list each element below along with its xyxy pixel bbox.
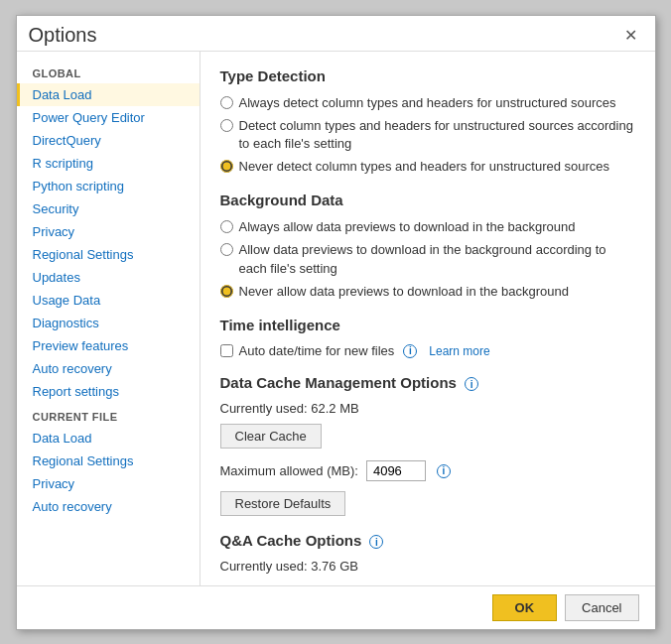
max-allowed-info-icon: i bbox=[437, 464, 451, 478]
sidebar-item-report-settings[interactable]: Report settings bbox=[17, 380, 200, 403]
dialog-footer: OK Cancel bbox=[17, 585, 655, 629]
td3-radio[interactable] bbox=[220, 160, 233, 173]
qa-cache-used-value: 3.76 GB bbox=[311, 559, 358, 574]
sidebar-item-usage-data[interactable]: Usage Data bbox=[17, 289, 200, 312]
qa-cache-currently-used: Currently used: 3.76 GB bbox=[220, 559, 635, 574]
time-intelligence-title: Time intelligence bbox=[220, 317, 635, 333]
bd2-label: Allow data previews to download in the b… bbox=[239, 241, 635, 277]
auto-datetime-checkbox[interactable] bbox=[220, 344, 233, 357]
qa-cache-info-icon: i bbox=[369, 535, 383, 549]
dialog-body: GLOBAL Data Load Power Query Editor Dire… bbox=[17, 51, 655, 585]
sidebar-item-auto-recovery[interactable]: Auto recovery bbox=[17, 357, 200, 380]
time-intelligence-row: Auto date/time for new files i Learn mor… bbox=[220, 343, 635, 358]
type-detection-title: Type Detection bbox=[220, 67, 635, 84]
type-detection-option-2[interactable]: Detect column types and headers for unst… bbox=[220, 117, 635, 153]
sidebar-item-privacy[interactable]: Privacy bbox=[17, 220, 200, 243]
options-dialog: Options ✕ GLOBAL Data Load Power Query E… bbox=[16, 15, 656, 630]
sidebar-item-cf-regional-settings[interactable]: Regional Settings bbox=[17, 450, 200, 472]
bg-data-option-2[interactable]: Allow data previews to download in the b… bbox=[220, 241, 635, 277]
sidebar-item-updates[interactable]: Updates bbox=[17, 266, 200, 289]
sidebar-item-security[interactable]: Security bbox=[17, 197, 200, 220]
main-content: Type Detection Always detect column type… bbox=[201, 52, 655, 585]
sidebar-item-data-load[interactable]: Data Load bbox=[17, 83, 200, 106]
global-section-label: GLOBAL bbox=[17, 60, 200, 83]
type-detection-option-3[interactable]: Never detect column types and headers fo… bbox=[220, 158, 635, 176]
restore-defaults-button[interactable]: Restore Defaults bbox=[220, 491, 346, 516]
clear-cache-button[interactable]: Clear Cache bbox=[220, 424, 322, 449]
qa-cache-title: Q&A Cache Options i bbox=[220, 532, 635, 549]
close-button[interactable]: ✕ bbox=[618, 24, 643, 47]
sidebar-item-diagnostics[interactable]: Diagnostics bbox=[17, 312, 200, 334]
type-detection-option-1[interactable]: Always detect column types and headers f… bbox=[220, 94, 635, 112]
qa-cache-title-text: Q&A Cache Options bbox=[220, 532, 362, 549]
dialog-title: Options bbox=[29, 24, 97, 47]
max-allowed-row: Maximum allowed (MB): i bbox=[220, 460, 635, 481]
td2-label: Detect column types and headers for unst… bbox=[239, 117, 635, 153]
max-allowed-input[interactable] bbox=[366, 460, 426, 481]
type-detection-options: Always detect column types and headers f… bbox=[220, 94, 635, 177]
sidebar-item-cf-auto-recovery[interactable]: Auto recovery bbox=[17, 495, 200, 518]
sidebar-item-power-query-editor[interactable]: Power Query Editor bbox=[17, 106, 200, 129]
data-cache-title: Data Cache Management Options i bbox=[220, 374, 635, 391]
sidebar-item-directquery[interactable]: DirectQuery bbox=[17, 129, 200, 152]
bd3-radio[interactable] bbox=[220, 285, 233, 298]
sidebar-item-preview-features[interactable]: Preview features bbox=[17, 334, 200, 357]
background-data-title: Background Data bbox=[220, 192, 635, 208]
sidebar-item-cf-privacy[interactable]: Privacy bbox=[17, 472, 200, 495]
td2-radio[interactable] bbox=[220, 119, 233, 132]
td1-radio[interactable] bbox=[220, 96, 233, 109]
bg-data-option-1[interactable]: Always allow data previews to download i… bbox=[220, 218, 635, 236]
cache-used-value: 62.2 MB bbox=[311, 401, 358, 416]
data-cache-info-icon: i bbox=[465, 377, 478, 391]
bd1-label: Always allow data previews to download i… bbox=[239, 218, 576, 236]
ok-button[interactable]: OK bbox=[492, 594, 558, 621]
bg-data-option-3[interactable]: Never allow data previews to download in… bbox=[220, 283, 635, 301]
learn-more-link[interactable]: Learn more bbox=[429, 344, 489, 358]
sidebar: GLOBAL Data Load Power Query Editor Dire… bbox=[17, 52, 201, 585]
sidebar-item-regional-settings[interactable]: Regional Settings bbox=[17, 243, 200, 266]
title-bar: Options ✕ bbox=[17, 16, 655, 51]
sidebar-item-r-scripting[interactable]: R scripting bbox=[17, 152, 200, 175]
background-data-options: Always allow data previews to download i… bbox=[220, 218, 635, 301]
bd3-label: Never allow data previews to download in… bbox=[239, 283, 569, 301]
td3-label: Never detect column types and headers fo… bbox=[239, 158, 610, 176]
qa-cache-used-label: Currently used: bbox=[220, 559, 308, 574]
bd2-radio[interactable] bbox=[220, 243, 233, 256]
time-intel-info-icon: i bbox=[403, 344, 417, 358]
auto-datetime-label: Auto date/time for new files bbox=[239, 343, 395, 358]
current-file-section-label: CURRENT FILE bbox=[17, 403, 200, 427]
bd1-radio[interactable] bbox=[220, 220, 233, 233]
cache-used-label: Currently used: bbox=[220, 401, 308, 416]
sidebar-item-cf-data-load[interactable]: Data Load bbox=[17, 427, 200, 450]
cancel-button[interactable]: Cancel bbox=[565, 594, 638, 621]
sidebar-item-python-scripting[interactable]: Python scripting bbox=[17, 175, 200, 197]
td1-label: Always detect column types and headers f… bbox=[239, 94, 616, 112]
max-allowed-label: Maximum allowed (MB): bbox=[220, 463, 358, 478]
data-cache-title-text: Data Cache Management Options bbox=[220, 374, 457, 391]
cache-currently-used: Currently used: 62.2 MB bbox=[220, 401, 635, 416]
